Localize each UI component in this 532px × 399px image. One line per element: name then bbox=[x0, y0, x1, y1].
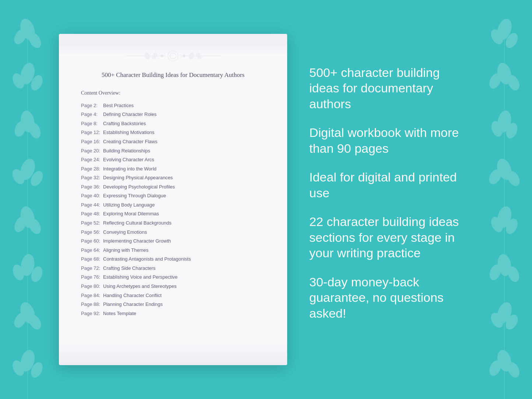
toc-item: Page 16:Creating Character Flaws bbox=[81, 137, 265, 146]
feature-text: Ideal for digital and printed use bbox=[309, 169, 466, 201]
svg-point-70 bbox=[161, 55, 163, 57]
toc-topic: Evolving Character Arcs bbox=[103, 157, 154, 162]
feature-block: 500+ character building ideas for docume… bbox=[309, 65, 466, 112]
toc-item: Page 52:Reflecting Cultural Backgrounds bbox=[81, 219, 265, 228]
toc-item: Page 56:Conveying Emotions bbox=[81, 227, 265, 237]
toc-page-num: Page 36: bbox=[81, 184, 103, 190]
toc-topic: Integrating into the World bbox=[103, 166, 156, 172]
toc-page-num: Page 24: bbox=[81, 156, 103, 163]
toc-page-num: Page 56: bbox=[81, 229, 103, 236]
toc-item: Page 84:Handling Character Conflict bbox=[81, 291, 265, 300]
toc-page-num: Page 80: bbox=[81, 283, 103, 290]
toc-item: Page 20:Building Relationships bbox=[81, 146, 265, 155]
toc-topic: Building Relationships bbox=[103, 148, 150, 153]
toc-page-num: Page 12: bbox=[81, 129, 103, 136]
toc-page-num: Page 28: bbox=[81, 166, 103, 172]
toc-item: Page 80:Using Archetypes and Stereotypes bbox=[81, 282, 265, 291]
toc-item: Page 88:Planning Character Endings bbox=[81, 300, 265, 309]
main-layout: 500+ Character Building Ideas for Docume… bbox=[0, 0, 532, 399]
feature-block: 30-day money-back guarantee, no question… bbox=[309, 274, 466, 321]
toc-item: Page 60:Implementing Character Growth bbox=[81, 237, 265, 246]
toc-page-num: Page 8: bbox=[81, 120, 103, 127]
toc-page-num: Page 68: bbox=[81, 256, 103, 262]
feature-text: 500+ character building ideas for docume… bbox=[309, 65, 466, 112]
toc-page-num: Page 44: bbox=[81, 202, 103, 208]
toc-topic: Best Practices bbox=[103, 103, 134, 108]
toc-topic: Planning Character Endings bbox=[103, 301, 163, 307]
toc-topic: Handling Character Conflict bbox=[103, 293, 162, 298]
toc-item: Page 12:Establishing Motivations bbox=[81, 128, 265, 137]
toc-topic: Developing Psychological Profiles bbox=[103, 184, 175, 190]
table-of-contents: Page 2:Best PracticesPage 4:Defining Cha… bbox=[81, 101, 265, 318]
toc-item: Page 24:Evolving Character Arcs bbox=[81, 155, 265, 165]
feature-block: 22 character building ideas sections for… bbox=[309, 214, 466, 261]
toc-topic: Using Archetypes and Stereotypes bbox=[103, 283, 176, 289]
toc-item: Page 92:Notes Template bbox=[81, 309, 265, 318]
toc-page-num: Page 60: bbox=[81, 238, 103, 244]
toc-page-num: Page 88: bbox=[81, 301, 103, 308]
toc-page-num: Page 32: bbox=[81, 174, 103, 181]
feature-block: Digital workbook with more than 90 pages bbox=[309, 125, 466, 156]
svg-point-67 bbox=[168, 51, 178, 61]
toc-topic: Designing Physical Appearances bbox=[103, 175, 173, 180]
toc-topic: Aligning with Themes bbox=[103, 247, 148, 253]
toc-item: Page 32:Designing Physical Appearances bbox=[81, 173, 265, 183]
toc-item: Page 36:Developing Psychological Profile… bbox=[81, 183, 265, 192]
feature-text: 30-day money-back guarantee, no question… bbox=[309, 274, 466, 321]
features-panel: 500+ character building ideas for docume… bbox=[309, 65, 473, 335]
toc-page-num: Page 92: bbox=[81, 310, 103, 317]
feature-text: Digital workbook with more than 90 pages bbox=[309, 125, 466, 156]
toc-item: Page 40:Expressing Through Dialogue bbox=[81, 191, 265, 201]
svg-point-71 bbox=[183, 55, 185, 57]
document-panel: 500+ Character Building Ideas for Docume… bbox=[59, 34, 287, 365]
toc-topic: Notes Template bbox=[103, 311, 136, 316]
toc-topic: Expressing Through Dialogue bbox=[103, 193, 166, 198]
toc-topic: Defining Character Roles bbox=[103, 112, 156, 117]
toc-page-num: Page 72: bbox=[81, 265, 103, 272]
toc-topic: Reflecting Cultural Backgrounds bbox=[103, 220, 172, 226]
toc-item: Page 64:Aligning with Themes bbox=[81, 246, 265, 255]
toc-item: Page 28:Integrating into the World bbox=[81, 164, 265, 173]
toc-item: Page 44:Utilizing Body Language bbox=[81, 201, 265, 210]
toc-topic: Crafting Side Characters bbox=[103, 265, 155, 271]
toc-topic: Conveying Emotions bbox=[103, 229, 147, 235]
toc-page-num: Page 40: bbox=[81, 193, 103, 199]
toc-item: Page 8:Crafting Backstories bbox=[81, 119, 265, 128]
document-title: 500+ Character Building Ideas for Docume… bbox=[81, 70, 265, 80]
svg-point-66 bbox=[170, 53, 176, 59]
toc-page-num: Page 20: bbox=[81, 148, 103, 154]
toc-topic: Establishing Voice and Perspective bbox=[103, 274, 177, 280]
toc-item: Page 68:Contrasting Antagonists and Prot… bbox=[81, 255, 265, 264]
toc-item: Page 48:Exploring Moral Dilemmas bbox=[81, 209, 265, 219]
toc-topic: Creating Character Flaws bbox=[103, 139, 157, 144]
toc-page-num: Page 64: bbox=[81, 247, 103, 254]
toc-page-num: Page 84: bbox=[81, 292, 103, 299]
toc-page-num: Page 76: bbox=[81, 274, 103, 280]
toc-page-num: Page 52: bbox=[81, 220, 103, 226]
toc-page-num: Page 2: bbox=[81, 102, 103, 109]
toc-topic: Establishing Motivations bbox=[103, 130, 154, 135]
toc-page-num: Page 4: bbox=[81, 111, 103, 118]
toc-page-num: Page 48: bbox=[81, 211, 103, 217]
feature-text: 22 character building ideas sections for… bbox=[309, 214, 466, 261]
toc-topic: Utilizing Body Language bbox=[103, 202, 155, 208]
overview-label: Content Overview: bbox=[81, 90, 265, 96]
feature-block: Ideal for digital and printed use bbox=[309, 169, 466, 201]
toc-page-num: Page 16: bbox=[81, 138, 103, 145]
toc-topic: Contrasting Antagonists and Protagonists bbox=[103, 256, 191, 262]
toc-item: Page 76:Establishing Voice and Perspecti… bbox=[81, 273, 265, 282]
toc-item: Page 2:Best Practices bbox=[81, 101, 265, 110]
toc-item: Page 72:Crafting Side Characters bbox=[81, 264, 265, 273]
toc-item: Page 4:Defining Character Roles bbox=[81, 110, 265, 119]
toc-topic: Implementing Character Growth bbox=[103, 238, 171, 244]
toc-topic: Crafting Backstories bbox=[103, 121, 146, 126]
toc-topic: Exploring Moral Dilemmas bbox=[103, 211, 159, 216]
top-ornament bbox=[81, 49, 265, 66]
